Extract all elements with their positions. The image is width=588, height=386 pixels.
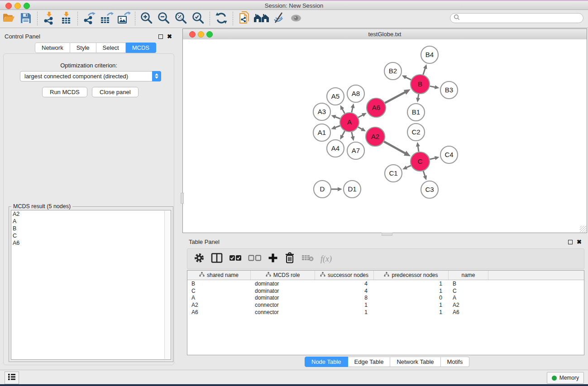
search-input[interactable] (462, 14, 583, 22)
graph-node-label: A4 (331, 144, 339, 152)
table-settings-button[interactable] (194, 251, 205, 267)
select-all-rows-button[interactable] (229, 251, 242, 267)
mcds-result-item[interactable]: A6 (11, 239, 171, 247)
memory-button[interactable]: Memory (547, 372, 584, 384)
toolbar-separator (77, 12, 78, 26)
mcds-result-title: MCDS result (5 nodes) (11, 203, 72, 210)
graph-node-label: B (418, 80, 422, 88)
table-row[interactable]: A2connector11A2 (187, 301, 584, 309)
table-cell: A (449, 295, 488, 301)
column-header-predecessor-nodes[interactable]: predecessor nodes (374, 271, 449, 280)
run-mcds-button[interactable]: Run MCDS (42, 87, 87, 97)
float-panel-icon[interactable] (568, 240, 573, 244)
new-network-from-selection-button[interactable] (237, 12, 252, 26)
add-column-button[interactable] (268, 251, 278, 267)
column-header-name[interactable]: name (449, 271, 488, 280)
tab-network[interactable]: Network (35, 43, 70, 53)
search-field[interactable] (450, 13, 583, 23)
delete-table-icon (301, 254, 314, 264)
network-graph[interactable]: B4B2BB3A8A5A6A3B1AC2A1A2A4A7C4CC1C3DD1 (183, 39, 587, 233)
mcds-result-item[interactable]: A (11, 218, 171, 225)
first-neighbors-button[interactable] (254, 12, 269, 26)
graph-edge[interactable] (430, 158, 435, 159)
deselect-all-rows-button[interactable] (248, 251, 262, 267)
table-row[interactable]: A6connector11A6 (187, 309, 584, 316)
table-toolbar: f(x) (187, 248, 584, 269)
apply-layout-button[interactable] (214, 12, 229, 26)
column-header-successor-nodes[interactable]: successor nodes (315, 271, 374, 280)
close-panel-icon[interactable]: ✖ (577, 240, 582, 244)
hide-selected-button[interactable] (271, 12, 287, 26)
zoom-fit-button[interactable] (173, 12, 189, 26)
eye-icon (289, 12, 303, 26)
tab-style[interactable]: Style (70, 43, 96, 53)
graph-edge[interactable] (405, 77, 411, 80)
table-cell: C (449, 288, 488, 294)
table-tab-edge-table[interactable]: Edge Table (348, 357, 391, 367)
graph-edge[interactable] (423, 68, 425, 75)
table-row[interactable]: Adominator80A (187, 295, 584, 302)
save-session-button[interactable] (18, 12, 33, 26)
list-scrollbar[interactable] (164, 211, 171, 359)
graph-node-label: A2 (371, 133, 379, 140)
graph-node-label: B4 (425, 51, 434, 58)
export-network-button[interactable] (81, 12, 97, 26)
column-header-shared-name[interactable]: shared name (187, 271, 251, 280)
column-header-MCDS-role[interactable]: MCDS role (251, 271, 315, 280)
table-header-row: shared nameMCDS rolesuccessor nodesprede… (187, 271, 584, 280)
mcds-result-item[interactable]: B (11, 225, 171, 232)
table-cell: B (187, 281, 251, 287)
mcds-result-group: MCDS result (5 nodes) A2ABCA6 (9, 206, 173, 362)
zoom-in-button[interactable] (139, 12, 154, 26)
show-all-button[interactable] (288, 12, 304, 26)
function-builder-button[interactable]: f(x) (320, 251, 332, 267)
mcds-result-list[interactable]: A2ABCA6 (11, 210, 171, 360)
delete-table-button[interactable] (301, 251, 314, 267)
trash-icon (284, 252, 295, 266)
graph-edge[interactable] (423, 171, 425, 177)
splitter-handle[interactable] (181, 193, 184, 204)
graph-edge[interactable] (418, 146, 419, 152)
graph-edge-arrowhead (416, 98, 420, 103)
table-cell: A2 (187, 302, 251, 308)
toolbar-separator (233, 12, 233, 26)
tab-mcds[interactable]: MCDS (126, 43, 156, 53)
close-panel-icon[interactable]: ✖ (167, 34, 172, 39)
table-cell: C (187, 288, 251, 294)
graph-node-label: A3 (318, 108, 326, 115)
criterion-dropdown[interactable]: largest connected component (directed) (20, 71, 161, 81)
graph-edge[interactable] (384, 142, 406, 154)
graph-node-label: C (418, 157, 423, 165)
tab-select[interactable]: Select (96, 43, 126, 53)
table-cell: 8 (315, 295, 374, 301)
mcds-result-item[interactable]: A2 (11, 210, 171, 218)
table-tab-motifs[interactable]: Motifs (441, 357, 470, 367)
task-manager-button[interactable] (5, 372, 19, 384)
zoom-out-button[interactable] (156, 12, 172, 26)
close-panel-button[interactable]: Close panel (92, 87, 139, 97)
table-row[interactable]: Cdominator41C (187, 287, 584, 295)
graph-edge[interactable] (385, 92, 406, 103)
export-image-button[interactable] (116, 12, 131, 26)
graph-edge[interactable] (342, 131, 344, 136)
open-session-button[interactable] (1, 12, 16, 26)
network-canvas[interactable]: B4B2BB3A8A5A6A3B1AC2A1A2A4A7C4CC1C3DD1 (183, 39, 587, 233)
delete-column-button[interactable] (284, 251, 295, 267)
import-network-button[interactable] (41, 12, 57, 26)
float-panel-icon[interactable] (158, 34, 163, 39)
resize-grip[interactable] (580, 226, 586, 232)
table-panel-title: Table Panel (189, 238, 220, 246)
table-tab-node-table[interactable]: Node Table (305, 357, 348, 367)
import-table-button[interactable] (58, 12, 74, 26)
table-tab-network-table[interactable]: Network Table (390, 357, 440, 367)
export-table-button[interactable] (99, 12, 114, 26)
mcds-result-item[interactable]: C (11, 232, 171, 239)
show-column-button[interactable] (211, 251, 223, 267)
table-row[interactable]: Bdominator41B (187, 280, 584, 287)
desktop-background-strip (0, 384, 588, 386)
node-table[interactable]: shared nameMCDS rolesuccessor nodesprede… (187, 270, 584, 355)
toolbar-separator (135, 12, 135, 26)
graph-node-label: C4 (445, 151, 453, 158)
zoom-selected-button[interactable] (191, 12, 206, 26)
graph-node-label: B3 (445, 86, 453, 94)
